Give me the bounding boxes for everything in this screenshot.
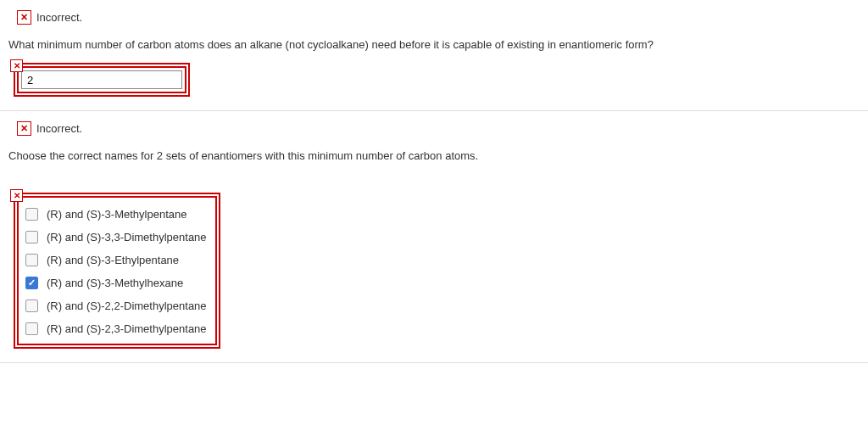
answer-input-wrap xyxy=(17,66,186,93)
checkbox[interactable] xyxy=(25,322,38,335)
option-label: (R) and (S)-3-Methylhexane xyxy=(47,277,183,289)
answer-options-wrap: (R) and (S)-3-Methylpentane (R) and (S)-… xyxy=(17,196,217,345)
question-2-section: Incorrect. Choose the correct names for … xyxy=(0,111,868,363)
status-text: Incorrect. xyxy=(36,122,82,135)
status-badge: Incorrect. xyxy=(17,10,82,25)
list-item[interactable]: (R) and (S)-3-Ethylpentane xyxy=(25,249,207,271)
incorrect-x-icon xyxy=(17,121,31,136)
list-item[interactable]: (R) and (S)-2,3-Dimethylpentane xyxy=(25,317,207,340)
incorrect-x-icon xyxy=(10,59,23,72)
question-1-section: Incorrect. What minimum number of carbon… xyxy=(0,0,868,111)
option-label: (R) and (S)-3-Methylpentane xyxy=(47,208,186,221)
checkbox[interactable] xyxy=(25,254,38,266)
option-label: (R) and (S)-3,3-Dimethylpentane xyxy=(47,231,207,243)
checkbox[interactable] xyxy=(25,208,38,221)
list-item[interactable]: (R) and (S)-2,2-Dimethylpentane xyxy=(25,294,207,317)
checkbox[interactable] xyxy=(25,299,38,312)
option-label: (R) and (S)-3-Ethylpentane xyxy=(47,254,179,266)
checkbox-checked[interactable] xyxy=(25,277,38,289)
incorrect-x-icon xyxy=(17,10,31,25)
list-item[interactable]: (R) and (S)-3-Methylpentane xyxy=(25,203,207,226)
status-text: Incorrect. xyxy=(36,11,82,24)
incorrect-x-icon xyxy=(10,189,23,202)
checkbox[interactable] xyxy=(25,231,38,243)
incorrect-frame xyxy=(17,66,186,93)
list-item[interactable]: (R) and (S)-3-Methylhexane xyxy=(25,271,207,294)
status-badge: Incorrect. xyxy=(17,121,82,136)
question-prompt: Choose the correct names for 2 sets of e… xyxy=(8,149,868,162)
carbon-count-input[interactable] xyxy=(21,70,182,89)
incorrect-frame: (R) and (S)-3-Methylpentane (R) and (S)-… xyxy=(17,196,217,345)
list-item[interactable]: (R) and (S)-3,3-Dimethylpentane xyxy=(25,226,207,249)
question-prompt: What minimum number of carbon atoms does… xyxy=(8,38,868,51)
option-label: (R) and (S)-2,2-Dimethylpentane xyxy=(47,299,207,312)
option-label: (R) and (S)-2,3-Dimethylpentane xyxy=(47,322,207,335)
